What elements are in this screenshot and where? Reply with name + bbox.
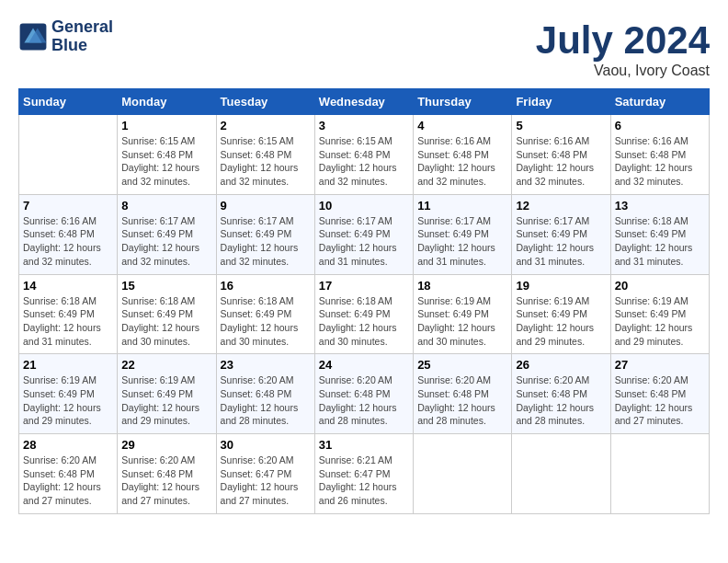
calendar-cell: 10Sunrise: 6:17 AM Sunset: 6:49 PM Dayli…: [314, 194, 413, 274]
day-info: Sunrise: 6:20 AM Sunset: 6:48 PM Dayligh…: [516, 373, 606, 428]
day-number: 20: [615, 279, 705, 293]
calendar-cell: 27Sunrise: 6:20 AM Sunset: 6:48 PM Dayli…: [610, 354, 709, 434]
day-number: 1: [121, 119, 211, 132]
calendar-cell: [512, 434, 610, 514]
day-header-thursday: Thursday: [414, 89, 512, 115]
day-info: Sunrise: 6:17 AM Sunset: 6:49 PM Dayligh…: [417, 214, 507, 269]
logo-icon: [18, 22, 48, 52]
day-number: 30: [221, 438, 311, 452]
calendar-cell: 19Sunrise: 6:19 AM Sunset: 6:49 PM Dayli…: [512, 274, 610, 354]
day-header-monday: Monday: [118, 89, 216, 115]
day-number: 29: [121, 438, 211, 452]
calendar-cell: 11Sunrise: 6:17 AM Sunset: 6:49 PM Dayli…: [414, 194, 512, 274]
calendar-cell: [610, 434, 709, 514]
day-number: 14: [23, 279, 113, 293]
calendar-cell: 29Sunrise: 6:20 AM Sunset: 6:48 PM Dayli…: [118, 434, 216, 514]
days-header-row: SundayMondayTuesdayWednesdayThursdayFrid…: [19, 89, 710, 115]
day-number: 15: [121, 279, 211, 293]
day-info: Sunrise: 6:18 AM Sunset: 6:49 PM Dayligh…: [615, 214, 705, 269]
day-number: 6: [615, 119, 705, 132]
day-header-wednesday: Wednesday: [314, 89, 413, 115]
day-number: 3: [319, 119, 409, 132]
day-number: 7: [23, 199, 113, 213]
day-info: Sunrise: 6:19 AM Sunset: 6:49 PM Dayligh…: [417, 294, 507, 349]
day-info: Sunrise: 6:20 AM Sunset: 6:48 PM Dayligh…: [221, 373, 311, 428]
day-number: 9: [221, 199, 311, 213]
calendar-cell: 12Sunrise: 6:17 AM Sunset: 6:49 PM Dayli…: [512, 194, 610, 274]
logo-text: General Blue: [51, 18, 113, 55]
day-info: Sunrise: 6:16 AM Sunset: 6:48 PM Dayligh…: [615, 134, 705, 189]
title-block: July 2024 Vaou, Ivory Coast: [536, 18, 710, 79]
day-info: Sunrise: 6:19 AM Sunset: 6:49 PM Dayligh…: [121, 373, 211, 428]
day-info: Sunrise: 6:17 AM Sunset: 6:49 PM Dayligh…: [319, 214, 409, 269]
day-info: Sunrise: 6:21 AM Sunset: 6:47 PM Dayligh…: [319, 454, 409, 508]
calendar-cell: 22Sunrise: 6:19 AM Sunset: 6:49 PM Dayli…: [118, 354, 216, 434]
calendar-cell: 17Sunrise: 6:18 AM Sunset: 6:49 PM Dayli…: [314, 274, 413, 354]
day-header-saturday: Saturday: [610, 89, 709, 115]
day-info: Sunrise: 6:19 AM Sunset: 6:49 PM Dayligh…: [615, 294, 705, 349]
calendar-cell: 23Sunrise: 6:20 AM Sunset: 6:48 PM Dayli…: [216, 354, 314, 434]
day-number: 21: [23, 358, 113, 372]
calendar-cell: 8Sunrise: 6:17 AM Sunset: 6:49 PM Daylig…: [118, 194, 216, 274]
day-header-tuesday: Tuesday: [216, 89, 314, 115]
day-number: 17: [319, 279, 409, 293]
day-info: Sunrise: 6:20 AM Sunset: 6:48 PM Dayligh…: [23, 454, 113, 508]
calendar-cell: 30Sunrise: 6:20 AM Sunset: 6:47 PM Dayli…: [216, 434, 314, 514]
day-info: Sunrise: 6:16 AM Sunset: 6:48 PM Dayligh…: [23, 214, 113, 269]
day-number: 28: [23, 438, 113, 452]
day-info: Sunrise: 6:18 AM Sunset: 6:49 PM Dayligh…: [23, 294, 113, 349]
page-header: General Blue July 2024 Vaou, Ivory Coast: [18, 18, 710, 79]
day-info: Sunrise: 6:17 AM Sunset: 6:49 PM Dayligh…: [221, 214, 311, 269]
week-row-1: 1Sunrise: 6:15 AM Sunset: 6:48 PM Daylig…: [19, 115, 710, 195]
location: Vaou, Ivory Coast: [536, 63, 710, 79]
day-info: Sunrise: 6:19 AM Sunset: 6:49 PM Dayligh…: [23, 373, 113, 428]
day-number: 13: [615, 199, 705, 213]
calendar-cell: 9Sunrise: 6:17 AM Sunset: 6:49 PM Daylig…: [216, 194, 314, 274]
calendar-cell: 6Sunrise: 6:16 AM Sunset: 6:48 PM Daylig…: [610, 115, 709, 195]
calendar-cell: [19, 115, 118, 195]
logo: General Blue: [18, 18, 113, 55]
calendar-cell: 31Sunrise: 6:21 AM Sunset: 6:47 PM Dayli…: [314, 434, 413, 514]
calendar-cell: 7Sunrise: 6:16 AM Sunset: 6:48 PM Daylig…: [19, 194, 118, 274]
day-info: Sunrise: 6:20 AM Sunset: 6:47 PM Dayligh…: [221, 454, 311, 508]
day-number: 25: [417, 358, 507, 372]
week-row-3: 14Sunrise: 6:18 AM Sunset: 6:49 PM Dayli…: [19, 274, 710, 354]
day-info: Sunrise: 6:18 AM Sunset: 6:49 PM Dayligh…: [121, 294, 211, 349]
calendar-cell: 18Sunrise: 6:19 AM Sunset: 6:49 PM Dayli…: [414, 274, 512, 354]
calendar-cell: 25Sunrise: 6:20 AM Sunset: 6:48 PM Dayli…: [414, 354, 512, 434]
day-number: 31: [319, 438, 409, 452]
day-number: 26: [516, 358, 606, 372]
calendar-cell: 5Sunrise: 6:16 AM Sunset: 6:48 PM Daylig…: [512, 115, 610, 195]
day-number: 18: [417, 279, 507, 293]
day-number: 23: [221, 358, 311, 372]
day-number: 8: [121, 199, 211, 213]
calendar-cell: 13Sunrise: 6:18 AM Sunset: 6:49 PM Dayli…: [610, 194, 709, 274]
day-info: Sunrise: 6:18 AM Sunset: 6:49 PM Dayligh…: [319, 294, 409, 349]
day-number: 22: [121, 358, 211, 372]
day-number: 11: [417, 199, 507, 213]
day-header-sunday: Sunday: [19, 89, 118, 115]
day-info: Sunrise: 6:20 AM Sunset: 6:48 PM Dayligh…: [319, 373, 409, 428]
day-info: Sunrise: 6:16 AM Sunset: 6:48 PM Dayligh…: [516, 134, 606, 189]
calendar-cell: 14Sunrise: 6:18 AM Sunset: 6:49 PM Dayli…: [19, 274, 118, 354]
week-row-4: 21Sunrise: 6:19 AM Sunset: 6:49 PM Dayli…: [19, 354, 710, 434]
month-title: July 2024: [536, 18, 710, 63]
day-number: 27: [615, 358, 705, 372]
calendar-cell: 20Sunrise: 6:19 AM Sunset: 6:49 PM Dayli…: [610, 274, 709, 354]
day-number: 16: [221, 279, 311, 293]
day-info: Sunrise: 6:15 AM Sunset: 6:48 PM Dayligh…: [319, 134, 409, 189]
day-number: 24: [319, 358, 409, 372]
calendar-cell: 2Sunrise: 6:15 AM Sunset: 6:48 PM Daylig…: [216, 115, 314, 195]
day-info: Sunrise: 6:15 AM Sunset: 6:48 PM Dayligh…: [221, 134, 311, 189]
calendar-cell: 16Sunrise: 6:18 AM Sunset: 6:49 PM Dayli…: [216, 274, 314, 354]
week-row-2: 7Sunrise: 6:16 AM Sunset: 6:48 PM Daylig…: [19, 194, 710, 274]
day-info: Sunrise: 6:18 AM Sunset: 6:49 PM Dayligh…: [221, 294, 311, 349]
calendar-cell: 24Sunrise: 6:20 AM Sunset: 6:48 PM Dayli…: [314, 354, 413, 434]
calendar-cell: 4Sunrise: 6:16 AM Sunset: 6:48 PM Daylig…: [414, 115, 512, 195]
day-number: 4: [417, 119, 507, 132]
day-number: 2: [221, 119, 311, 132]
day-info: Sunrise: 6:17 AM Sunset: 6:49 PM Dayligh…: [516, 214, 606, 269]
day-info: Sunrise: 6:15 AM Sunset: 6:48 PM Dayligh…: [121, 134, 211, 189]
day-info: Sunrise: 6:19 AM Sunset: 6:49 PM Dayligh…: [516, 294, 606, 349]
calendar-cell: 3Sunrise: 6:15 AM Sunset: 6:48 PM Daylig…: [314, 115, 413, 195]
